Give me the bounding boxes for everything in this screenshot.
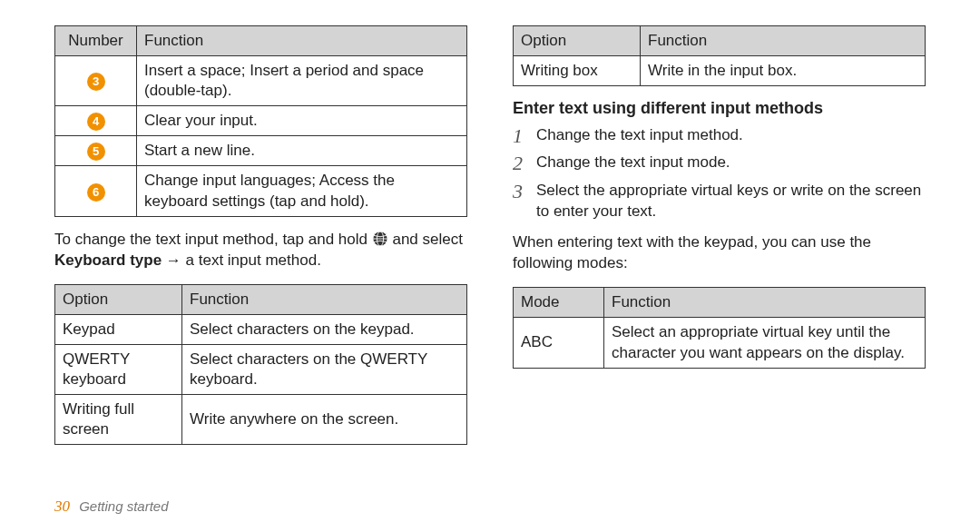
table-header-mode: Mode bbox=[514, 288, 604, 318]
page-footer: 30 Getting started bbox=[54, 498, 169, 516]
para-text: To change the text input method, tap and… bbox=[54, 231, 372, 248]
table-row: QWERTY keyboard Select characters on the… bbox=[55, 344, 467, 394]
modes-paragraph: When entering text with the keypad, you … bbox=[513, 232, 926, 274]
table-row: Writing full screen Write anywhere on th… bbox=[55, 394, 467, 444]
number-badge-icon: 6 bbox=[87, 183, 105, 202]
change-method-paragraph: To change the text input method, tap and… bbox=[54, 230, 467, 271]
list-item: 3Select the appropriate virtual keys or … bbox=[513, 181, 926, 222]
number-function-table: Number Function 3 Insert a space; Insert… bbox=[54, 25, 467, 217]
table-cell: Change input languages; Access the keybo… bbox=[137, 166, 467, 216]
table-header-option: Option bbox=[55, 284, 182, 314]
list-item: 1Change the text input method. bbox=[513, 125, 926, 147]
option-function-table-continued: Option Function Writing box Write in the… bbox=[513, 25, 926, 86]
mode-function-table: Mode Function ABC Select an appropriate … bbox=[513, 287, 926, 368]
step-number: 2 bbox=[513, 153, 536, 174]
number-badge-icon: 5 bbox=[87, 143, 105, 161]
table-row: 3 Insert a space; Insert a period and sp… bbox=[55, 56, 467, 106]
para-text: and select bbox=[388, 231, 463, 248]
table-cell: Writing full screen bbox=[55, 394, 182, 444]
table-cell: Write in the input box. bbox=[641, 56, 926, 86]
table-header-function: Function bbox=[182, 284, 467, 314]
footer-section: Getting started bbox=[79, 498, 168, 514]
option-function-table: Option Function Keypad Select characters… bbox=[54, 284, 467, 446]
table-cell: ABC bbox=[514, 318, 604, 368]
globe-icon bbox=[372, 231, 388, 247]
number-badge-icon: 4 bbox=[87, 113, 105, 131]
number-badge-icon: 3 bbox=[87, 73, 105, 91]
table-cell: Writing box bbox=[514, 56, 641, 86]
section-heading: Enter text using different input methods bbox=[513, 99, 926, 118]
right-column: Option Function Writing box Write in the… bbox=[513, 25, 926, 458]
step-text: Select the appropriate virtual keys or w… bbox=[536, 181, 926, 222]
list-item: 2Change the text input mode. bbox=[513, 153, 926, 174]
table-header-option: Option bbox=[514, 26, 641, 56]
table-header-function: Function bbox=[641, 26, 926, 56]
table-row: 5 Start a new line. bbox=[55, 136, 467, 166]
para-text: → a text input method. bbox=[162, 251, 321, 269]
steps-list: 1Change the text input method. 2Change t… bbox=[513, 125, 926, 222]
table-row: 6 Change input languages; Access the key… bbox=[55, 166, 467, 216]
table-header-number: Number bbox=[55, 26, 137, 56]
table-header-function: Function bbox=[604, 288, 926, 318]
para-bold: Keyboard type bbox=[54, 251, 162, 269]
step-text: Change the text input method. bbox=[536, 125, 743, 146]
left-column: Number Function 3 Insert a space; Insert… bbox=[54, 25, 467, 458]
page-content: Number Function 3 Insert a space; Insert… bbox=[0, 0, 980, 458]
step-number: 1 bbox=[513, 125, 536, 147]
step-text: Change the text input mode. bbox=[536, 153, 730, 173]
table-cell: QWERTY keyboard bbox=[55, 344, 182, 394]
table-row: 4 Clear your input. bbox=[55, 106, 467, 136]
table-cell: Keypad bbox=[55, 314, 182, 344]
table-row: ABC Select an appropriate virtual key un… bbox=[514, 318, 926, 368]
table-row: Keypad Select characters on the keypad. bbox=[55, 314, 467, 344]
table-header-function: Function bbox=[137, 26, 467, 56]
step-number: 3 bbox=[513, 181, 536, 202]
table-cell: Select characters on the QWERTY keyboard… bbox=[182, 344, 467, 394]
table-row: Writing box Write in the input box. bbox=[514, 56, 926, 86]
page-number: 30 bbox=[54, 498, 70, 515]
table-cell: Write anywhere on the screen. bbox=[182, 394, 467, 444]
table-cell: Insert a space; Insert a period and spac… bbox=[137, 56, 467, 106]
table-cell: Select characters on the keypad. bbox=[182, 314, 467, 344]
table-cell: Clear your input. bbox=[137, 106, 467, 136]
table-cell: Start a new line. bbox=[137, 136, 467, 166]
table-cell: Select an appropriate virtual key until … bbox=[604, 318, 926, 368]
